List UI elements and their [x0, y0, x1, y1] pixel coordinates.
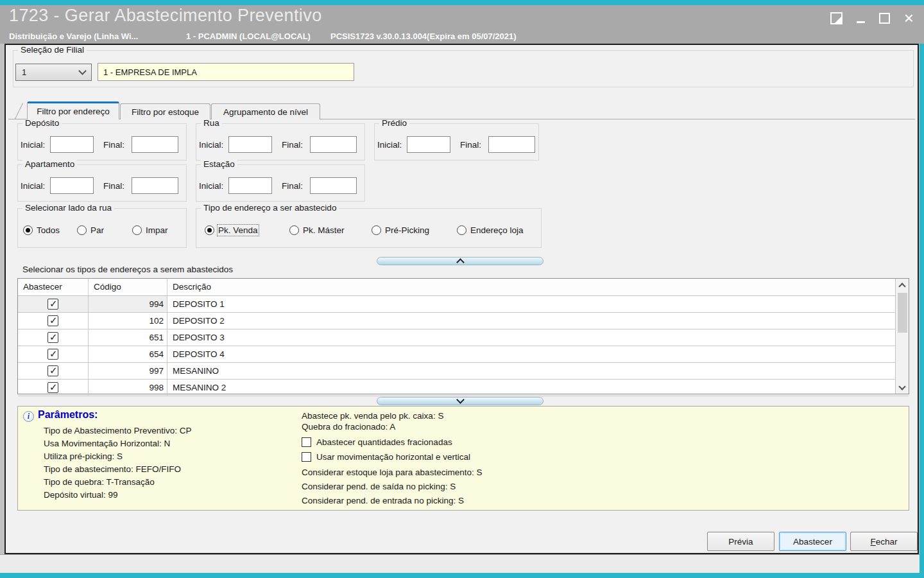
- abastecer-checkbox[interactable]: [47, 382, 58, 393]
- radio-option-pre-picking[interactable]: Pré-Picking: [372, 225, 429, 235]
- table-row[interactable]: 997 MESANINO: [18, 363, 909, 380]
- radio-option-endereco-loja[interactable]: Endereço loja: [457, 225, 524, 235]
- abastecer-checkbox[interactable]: [47, 315, 58, 326]
- window-right-accent: [920, 44, 924, 573]
- column-header-descricao[interactable]: Descrição: [167, 279, 909, 295]
- deposito-group: Depósito Inicial: Final:: [17, 123, 187, 161]
- window-top-accent: [0, 0, 924, 5]
- scrollbar-thumb[interactable]: [898, 293, 907, 333]
- radio-endereco-loja[interactable]: [457, 225, 466, 235]
- radio-pk-master-label: Pk. Máster: [303, 225, 345, 235]
- deposito-group-label: Depósito: [22, 118, 62, 128]
- table-scrollbar[interactable]: [895, 279, 909, 394]
- close-icon[interactable]: ×: [904, 12, 914, 24]
- scroll-down-icon[interactable]: [896, 381, 909, 394]
- final-label: Final:: [460, 140, 481, 150]
- abastecer-checkbox[interactable]: [47, 299, 58, 310]
- apartamento-inicial-input[interactable]: [50, 177, 94, 194]
- fracionadas-option[interactable]: Abastecer quantidades fracionadas: [302, 437, 482, 447]
- estacao-inicial-input[interactable]: [228, 177, 272, 194]
- filial-group-label: Seleção de Filial: [18, 45, 87, 55]
- radio-option-impar[interactable]: Impar: [132, 225, 168, 235]
- codigo-cell: 102: [89, 313, 167, 329]
- abastecer-checkbox[interactable]: [47, 349, 58, 360]
- predio-inicial-input[interactable]: [407, 136, 450, 153]
- table-row[interactable]: 654 DEPOSITO 4: [18, 346, 909, 363]
- table-header: Abastecer Código Descrição: [18, 279, 909, 296]
- expand-splitter[interactable]: [377, 397, 543, 405]
- parametro-item: Tipo de quebra: T-Transação: [44, 476, 192, 489]
- table-row[interactable]: 994 DEPOSITO 1: [18, 296, 909, 313]
- radio-pk-venda[interactable]: [205, 225, 214, 235]
- inicial-label: Inicial:: [199, 181, 223, 191]
- final-label: Final:: [103, 140, 124, 150]
- descricao-cell: DEPOSITO 2: [167, 313, 909, 329]
- abastecer-checkbox[interactable]: [47, 332, 58, 343]
- table-row[interactable]: 651 DEPOSITO 3: [18, 329, 909, 346]
- fechar-accelerator: F: [870, 537, 875, 547]
- main-panel: Seleção de Filial 1 1 - EMPRESA DE IMPLA…: [4, 44, 919, 554]
- tab-filtro-por-estoque[interactable]: Filtro por estoque: [120, 103, 210, 119]
- parametro-item: Abastece pk. venda pelo pk. caixa: S: [302, 410, 482, 421]
- contrast-icon[interactable]: [830, 12, 843, 24]
- descricao-cell: MESANINO: [167, 363, 909, 379]
- status-strip: [0, 554, 924, 573]
- radio-option-par[interactable]: Par: [77, 225, 104, 235]
- radio-pre-picking[interactable]: [372, 225, 381, 235]
- parametros-left-list: Tipo de Abastecimento Preventivo: CP Usa…: [44, 425, 192, 502]
- estacao-group-label: Estação: [201, 159, 237, 169]
- deposito-inicial-input[interactable]: [50, 136, 94, 153]
- window-bottom-accent: [0, 573, 924, 578]
- apartamento-final-input[interactable]: [132, 177, 178, 194]
- filial-name-value: 1 - EMPRESA DE IMPLA: [103, 67, 197, 77]
- window-title: 1723 - Gerar Abastecimento Preventivo: [9, 6, 322, 26]
- deposito-final-input[interactable]: [132, 136, 178, 153]
- radio-option-pk-venda[interactable]: Pk. Venda: [205, 225, 258, 235]
- tipo-endereco-group: Tipo de endereço a ser abastecido Pk. Ve…: [196, 208, 542, 248]
- collapse-up-icon: [456, 258, 465, 267]
- abastecer-button[interactable]: Abastecer: [779, 532, 846, 551]
- rua-final-input[interactable]: [310, 136, 357, 153]
- predio-group-label: Prédio: [379, 118, 409, 128]
- previa-button[interactable]: Prévia: [707, 532, 774, 551]
- tab-agrupamento-de-nivel[interactable]: Agrupamento de nível: [211, 103, 320, 119]
- filial-code-value: 1: [22, 67, 26, 77]
- radio-par[interactable]: [77, 225, 87, 235]
- filial-code-dropdown[interactable]: 1: [15, 64, 92, 81]
- descricao-cell: DEPOSITO 3: [167, 329, 909, 346]
- fracionadas-checkbox[interactable]: [302, 437, 311, 447]
- column-header-abastecer[interactable]: Abastecer: [18, 279, 89, 295]
- radio-option-todos[interactable]: Todos: [23, 225, 60, 235]
- fechar-button[interactable]: Fechar: [850, 532, 918, 551]
- predio-group: Prédio Inicial: Final:: [374, 123, 539, 161]
- rua-inicial-input[interactable]: [228, 136, 272, 153]
- table-section-label: Selecionar os tipos de endereços a serem…: [22, 265, 233, 274]
- radio-option-pk-master[interactable]: Pk. Máster: [289, 225, 345, 235]
- abastecer-checkbox[interactable]: [47, 365, 58, 376]
- radio-par-label: Par: [90, 225, 104, 235]
- horizontal-vertical-option[interactable]: Usar movimentação horizontal e vertical: [302, 451, 482, 462]
- scroll-up-icon[interactable]: [896, 279, 909, 292]
- codigo-cell: 651: [89, 329, 167, 346]
- codigo-cell: 994: [89, 296, 167, 312]
- column-header-codigo[interactable]: Código: [89, 279, 167, 295]
- codigo-cell: 654: [89, 346, 167, 362]
- radio-todos[interactable]: [23, 225, 33, 235]
- predio-final-input[interactable]: [488, 136, 535, 153]
- filial-name-field[interactable]: 1 - EMPRESA DE IMPLA: [98, 63, 354, 81]
- tab-filtro-por-endereco[interactable]: Filtro por endereço: [27, 101, 119, 119]
- estacao-final-input[interactable]: [310, 177, 357, 194]
- horizontal-vertical-checkbox[interactable]: [302, 452, 311, 462]
- radio-impar[interactable]: [132, 225, 142, 235]
- enderecos-table: Abastecer Código Descrição 994 DEPOSITO …: [17, 278, 909, 394]
- estacao-group: Estação Inicial: Final:: [196, 164, 365, 202]
- app-window: 1723 - Gerar Abastecimento Preventivo Di…: [0, 0, 924, 578]
- maximize-icon[interactable]: [879, 13, 890, 24]
- radio-pk-master[interactable]: [289, 225, 299, 235]
- table-row[interactable]: 102 DEPOSITO 2: [18, 313, 909, 329]
- parametros-right-list: Abastece pk. venda pelo pk. caixa: S Que…: [302, 410, 482, 508]
- apartamento-group-label: Apartamento: [22, 159, 77, 169]
- minimize-icon[interactable]: [857, 21, 865, 23]
- table-row[interactable]: 998 MESANINO 2: [18, 380, 909, 396]
- collapse-splitter[interactable]: [377, 257, 543, 265]
